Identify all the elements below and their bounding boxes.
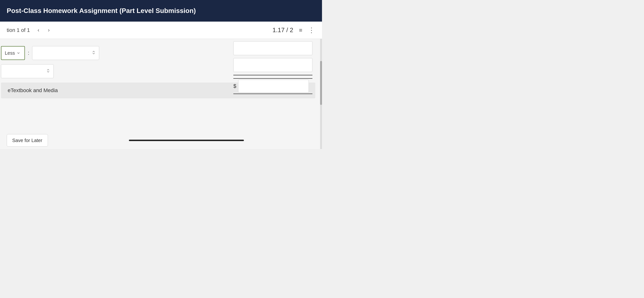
page-header: Post-Class Homework Assignment (Part Lev…	[0, 0, 322, 22]
less-dropdown[interactable]: Less	[1, 46, 25, 60]
nav-bar: tion 1 of 1 ‹ › 1.17 / 2 ≡ ⋮	[0, 22, 322, 39]
prev-arrow-button[interactable]: ‹	[36, 26, 41, 34]
dollar-input-row: $	[233, 78, 312, 94]
question-info: tion 1 of 1	[7, 27, 30, 33]
save-later-button[interactable]: Save for Later	[7, 134, 48, 146]
right-scrollbar[interactable]	[320, 39, 322, 149]
horizontal-scroll-bar[interactable]	[129, 140, 244, 141]
colon-separator: :	[28, 50, 29, 56]
dropdown-chevron-icon	[92, 51, 96, 56]
main-content: Less :	[0, 39, 322, 149]
dollar-sign: $	[233, 83, 236, 89]
right-input-middle[interactable]	[233, 58, 312, 72]
dollar-input[interactable]	[238, 80, 309, 93]
score-display: 1.17 / 2	[272, 26, 293, 34]
nav-right: 1.17 / 2 ≡ ⋮	[272, 26, 315, 34]
etextbook-label: eTextbook and Media	[8, 87, 58, 93]
nav-left: tion 1 of 1 ‹ ›	[7, 26, 52, 34]
bottom-bar: Save for Later	[0, 132, 322, 149]
right-input-top[interactable]	[233, 41, 312, 55]
dropdown2-chevron-icon	[46, 69, 50, 74]
list-icon[interactable]: ≡	[299, 27, 302, 34]
scrollbar-thumb	[320, 61, 322, 105]
second-dropdown-input[interactable]	[1, 64, 54, 78]
more-options-icon[interactable]: ⋮	[308, 26, 315, 34]
less-chevron-icon	[17, 50, 20, 56]
divider-line	[233, 75, 312, 75]
scroll-bar-container	[58, 140, 315, 141]
less-label: Less	[5, 50, 15, 56]
main-dropdown-input[interactable]	[32, 46, 99, 60]
right-section: $	[233, 41, 312, 94]
nav-arrows: ‹ ›	[36, 26, 52, 34]
page-title: Post-Class Homework Assignment (Part Lev…	[7, 7, 196, 15]
next-arrow-button[interactable]: ›	[46, 26, 52, 34]
